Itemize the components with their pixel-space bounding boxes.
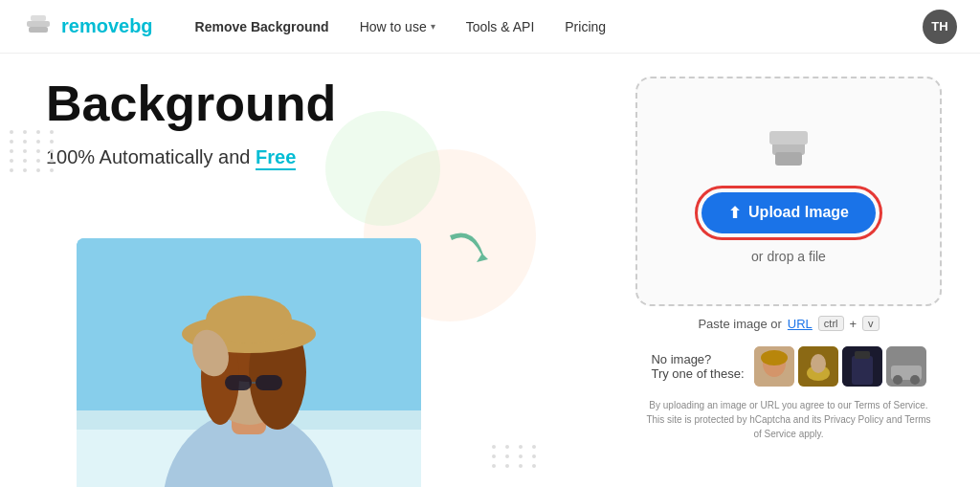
paste-label: Paste image or: [698, 317, 781, 331]
svg-point-23: [811, 354, 826, 373]
decorative-dots-right: [492, 445, 540, 468]
nav-how-to-use[interactable]: How to use ▾: [348, 11, 447, 42]
arrow-decoration: [440, 216, 507, 287]
svg-point-30: [910, 375, 920, 385]
user-avatar[interactable]: TH: [923, 10, 957, 44]
svg-rect-25: [852, 356, 873, 385]
sample-image-3[interactable]: [842, 346, 882, 387]
upload-icon: ⬆: [728, 204, 741, 222]
arrow-icon: [440, 216, 507, 283]
sample-image-4[interactable]: [886, 346, 926, 387]
terms-link-1[interactable]: Terms of Service: [854, 400, 924, 410]
nav-pricing[interactable]: Pricing: [553, 11, 617, 42]
sample-label: No image? Try one of these:: [651, 352, 744, 381]
logo-text: removebg: [61, 15, 153, 37]
sample-images-row: No image? Try one of these:: [651, 346, 925, 387]
navbar: removebg Remove Background How to use ▾ …: [0, 0, 980, 54]
decorative-dots-left: [10, 130, 57, 172]
chevron-down-icon: ▾: [431, 21, 435, 32]
url-link[interactable]: URL: [788, 317, 813, 331]
drop-file-label: or drop a file: [751, 249, 826, 264]
svg-rect-1: [29, 27, 48, 33]
svg-rect-15: [256, 375, 282, 390]
keyboard-ctrl: ctrl: [818, 316, 844, 331]
circle-decoration-2: [325, 111, 440, 226]
sample-images-container: [754, 346, 926, 387]
right-panel: ⬆ Upload Image or drop a file Paste imag…: [597, 54, 980, 487]
preview-background: [77, 238, 421, 487]
hero-subtitle: 100% Automatically and Free: [46, 146, 597, 168]
keyboard-separator: +: [850, 317, 858, 331]
svg-rect-2: [31, 15, 46, 21]
svg-point-29: [893, 375, 902, 385]
terms-text: By uploading an image or URL you agree t…: [645, 398, 932, 441]
logo[interactable]: removebg: [23, 11, 153, 42]
logo-icon: [23, 11, 54, 42]
woman-photo: [77, 238, 421, 487]
svg-rect-0: [27, 21, 50, 27]
svg-rect-14: [225, 375, 252, 390]
upload-image-button[interactable]: ⬆ Upload Image: [702, 192, 876, 233]
sample-image-1[interactable]: [754, 346, 794, 387]
layers-icon: [760, 120, 817, 177]
privacy-policy-link[interactable]: Privacy Policy: [824, 414, 883, 425]
svg-point-20: [761, 350, 788, 365]
paste-row: Paste image or URL ctrl + v: [698, 316, 879, 331]
upload-dropzone[interactable]: ⬆ Upload Image or drop a file: [635, 77, 942, 306]
sample-image-2[interactable]: [798, 346, 838, 387]
svg-rect-26: [855, 351, 870, 359]
hero-title-line2: Background: [46, 77, 597, 131]
nav-remove-background[interactable]: Remove Background: [184, 11, 341, 42]
nav-links: Remove Background How to use ▾ Tools & A…: [184, 11, 923, 42]
keyboard-v: v: [862, 316, 880, 331]
hero-title: Background: [46, 77, 597, 131]
left-panel: Background 100% Automatically and Free: [0, 54, 597, 487]
nav-tools-api[interactable]: Tools & API: [455, 11, 546, 42]
hero-image-preview: [77, 238, 421, 487]
main-content: Background 100% Automatically and Free: [0, 54, 980, 487]
